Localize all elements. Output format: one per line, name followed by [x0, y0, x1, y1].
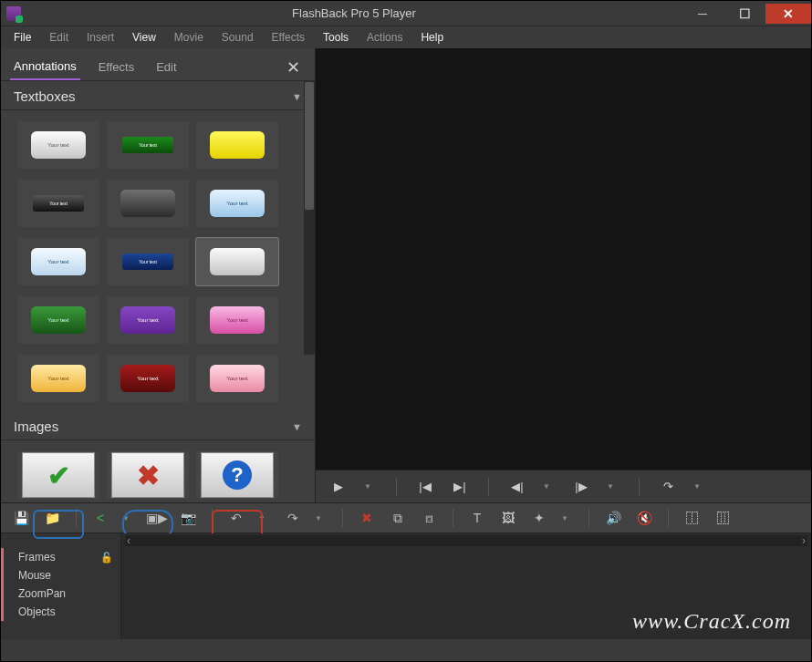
- chevron-down-icon: ▼: [292, 91, 302, 102]
- textbox-preset[interactable]: Your text: [17, 238, 99, 285]
- menu-sound[interactable]: Sound: [214, 29, 261, 46]
- image-preset[interactable]: ✔: [17, 451, 99, 499]
- textboxes-grid: Your textYour textYour textYour textYour…: [1, 116, 315, 411]
- insert-right-button[interactable]: ⿲: [713, 507, 734, 529]
- titlebar: FlashBack Pro 5 Player ─ ☐ ✕: [1, 1, 811, 26]
- image-preset[interactable]: ✖: [107, 451, 189, 499]
- menu-view[interactable]: View: [125, 29, 163, 46]
- textbox-preset[interactable]: Your text: [107, 238, 189, 285]
- textbox-preset[interactable]: Your text: [17, 180, 99, 227]
- timeline-tracks: Frames🔓MouseZoomPanObjects: [1, 533, 121, 639]
- step-fwd-button[interactable]: |▶: [569, 475, 593, 499]
- close-button[interactable]: ✕: [765, 4, 811, 24]
- prev-button[interactable]: |◀: [413, 475, 437, 499]
- section-images-header[interactable]: Images ▼: [1, 411, 315, 440]
- app-icon: [1, 1, 26, 26]
- chevron-down-icon: ▼: [292, 421, 302, 432]
- tab-edit[interactable]: Edit: [152, 55, 180, 79]
- timeline-body[interactable]: www.CracX.com: [121, 533, 811, 639]
- redo-history-menu[interactable]: ▼: [685, 475, 709, 499]
- section-title: Images: [14, 419, 58, 434]
- preview-area: ▶ ▼ |◀ ▶| ◀| ▼ |▶ ▼ ↷ ▼: [316, 48, 811, 502]
- textbox-preset[interactable]: [196, 238, 278, 285]
- mute-button[interactable]: 🔇: [633, 507, 655, 529]
- track-frames[interactable]: Frames🔓: [1, 548, 120, 566]
- watermark-text: www.CracX.com: [632, 609, 791, 634]
- menu-actions[interactable]: Actions: [359, 29, 410, 46]
- delete-button[interactable]: ✖: [356, 507, 378, 529]
- textbox-preset[interactable]: [107, 180, 189, 227]
- menu-help[interactable]: Help: [413, 29, 451, 46]
- textbox-preset[interactable]: Your text: [17, 296, 99, 344]
- sidebar: AnnotationsEffectsEdit✕ Textboxes ▼ Your…: [1, 48, 316, 502]
- track-zoompan[interactable]: ZoomPan: [1, 584, 120, 603]
- textbox-preset[interactable]: Your text: [196, 355, 278, 402]
- text-button[interactable]: T: [466, 507, 488, 529]
- tab-annotations[interactable]: Annotations: [10, 54, 80, 80]
- section-title: Textboxes: [14, 88, 76, 104]
- menu-insert[interactable]: Insert: [79, 29, 121, 46]
- scrollbar-vertical[interactable]: [304, 81, 315, 355]
- minimize-button[interactable]: ─: [682, 4, 724, 24]
- track-mouse[interactable]: Mouse: [1, 566, 120, 584]
- textbox-preset[interactable]: Your text: [107, 121, 189, 169]
- menubar: FileEditInsertViewMovieSoundEffectsTools…: [1, 26, 811, 48]
- paste-button[interactable]: ✦: [528, 507, 550, 529]
- play-button[interactable]: ▶: [327, 475, 350, 499]
- textbox-preset[interactable]: [196, 121, 278, 169]
- lock-icon[interactable]: 🔓: [100, 552, 113, 564]
- section-textboxes-header[interactable]: Textboxes ▼: [1, 81, 315, 110]
- sidebar-tabs: AnnotationsEffectsEdit✕: [1, 48, 315, 81]
- menu-movie[interactable]: Movie: [167, 29, 211, 46]
- textbox-preset[interactable]: Your text: [107, 355, 189, 402]
- menu-tools[interactable]: Tools: [316, 29, 356, 46]
- playback-bar: ▶ ▼ |◀ ▶| ◀| ▼ |▶ ▼ ↷ ▼: [316, 470, 811, 502]
- image-preset[interactable]: ?: [196, 451, 278, 499]
- timeline: Frames🔓MouseZoomPanObjects www.CracX.com: [1, 533, 811, 639]
- insert-left-button[interactable]: ⿰: [682, 507, 703, 529]
- menu-file[interactable]: File: [6, 29, 38, 46]
- menu-effects[interactable]: Effects: [265, 29, 312, 46]
- scrollbar-horizontal[interactable]: [125, 535, 807, 546]
- textbox-preset[interactable]: Your text: [196, 296, 278, 344]
- maximize-button[interactable]: ☐: [724, 4, 765, 24]
- paste-menu[interactable]: ▼: [554, 507, 576, 529]
- step-back-menu[interactable]: ▼: [535, 475, 558, 499]
- textbox-preset[interactable]: Your text: [17, 121, 99, 169]
- preview-canvas[interactable]: [316, 48, 811, 470]
- window-title: FlashBack Pro 5 Player: [26, 6, 682, 20]
- play-menu-button[interactable]: ▼: [356, 475, 380, 499]
- crop-button[interactable]: ⧉: [387, 507, 409, 529]
- tab-effects[interactable]: Effects: [95, 55, 139, 79]
- redo-history-button[interactable]: ↷: [656, 475, 680, 499]
- crop2-button[interactable]: ⧈: [418, 507, 440, 529]
- image-button[interactable]: 🖼: [497, 507, 519, 529]
- close-panel-button[interactable]: ✕: [281, 56, 306, 79]
- step-back-button[interactable]: ◀|: [505, 475, 529, 499]
- textbox-preset[interactable]: Your text: [107, 296, 189, 344]
- track-objects[interactable]: Objects: [1, 603, 120, 621]
- menu-edit[interactable]: Edit: [42, 29, 76, 46]
- image-preset[interactable]: [17, 510, 99, 539]
- textbox-preset[interactable]: Your text: [17, 355, 99, 402]
- step-fwd-menu[interactable]: ▼: [599, 475, 622, 499]
- volume-button[interactable]: 🔊: [602, 507, 624, 529]
- next-button[interactable]: ▶|: [448, 475, 472, 499]
- textbox-preset[interactable]: Your text: [196, 180, 278, 227]
